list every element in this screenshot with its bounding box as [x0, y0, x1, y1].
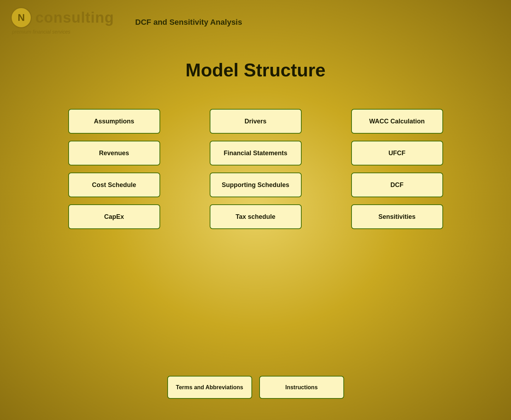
instructions-button[interactable]: Instructions [259, 376, 344, 399]
logo-area: N consulting premium financial services [11, 7, 114, 35]
drivers-button[interactable]: Drivers [210, 109, 302, 134]
logo-brand: consulting [35, 9, 114, 26]
header-title: DCF and Sensitivity Analysis [135, 18, 242, 27]
supporting-schedules-button[interactable]: Supporting Schedules [210, 173, 302, 197]
header: N consulting premium financial services … [0, 0, 511, 38]
sensitivities-button[interactable]: Sensitivities [351, 204, 443, 229]
logo-circle: N [11, 7, 32, 28]
logo-subtitle: premium financial services [12, 29, 70, 35]
main-content: Assumptions Revenues Cost Schedule CapEx… [0, 109, 511, 229]
financial-statements-button[interactable]: Financial Statements [210, 141, 302, 165]
dcf-button[interactable]: DCF [351, 173, 443, 197]
wacc-calculation-button[interactable]: WACC Calculation [351, 109, 443, 134]
assumptions-button[interactable]: Assumptions [68, 109, 160, 134]
bottom-buttons: Terms and Abbreviations Instructions [0, 376, 511, 399]
tax-schedule-button[interactable]: Tax schedule [210, 204, 302, 229]
cost-schedule-button[interactable]: Cost Schedule [68, 173, 160, 197]
right-column: WACC Calculation UFCF DCF Sensitivities [348, 109, 447, 229]
terms-abbreviations-button[interactable]: Terms and Abbreviations [167, 376, 252, 399]
logo-letter: N [18, 12, 25, 23]
logo-top: N consulting [11, 7, 114, 28]
left-column: Assumptions Revenues Cost Schedule CapEx [65, 109, 164, 229]
ufcf-button[interactable]: UFCF [351, 141, 443, 165]
revenues-button[interactable]: Revenues [68, 141, 160, 165]
capex-button[interactable]: CapEx [68, 204, 160, 229]
middle-column: Drivers Financial Statements Supporting … [206, 109, 305, 229]
page-title: Model Structure [0, 59, 511, 81]
